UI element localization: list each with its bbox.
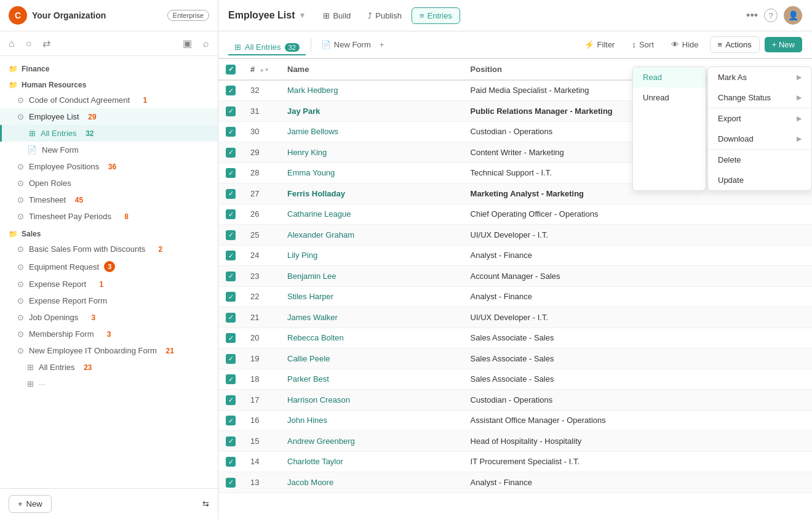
more-icon[interactable]: ••• bbox=[746, 9, 758, 22]
num-column-header[interactable]: # ▲▼ bbox=[243, 59, 280, 80]
hide-button[interactable]: 👁 Hide bbox=[665, 37, 705, 52]
row-checkbox-cell[interactable]: ✓ bbox=[218, 163, 243, 183]
row-checkbox-cell[interactable]: ✓ bbox=[218, 245, 243, 266]
row-checkbox[interactable]: ✓ bbox=[226, 437, 236, 446]
row-checkbox[interactable]: ✓ bbox=[226, 86, 236, 95]
row-name[interactable]: Jacob Moore bbox=[280, 472, 463, 493]
sidebar-item-code-of-conduct[interactable]: ⊙ Code of Conduct Agreement 1 bbox=[0, 92, 218, 108]
sidebar-item-timesheet[interactable]: ⊙ Timesheet 45 bbox=[0, 191, 218, 208]
row-name[interactable]: Andrew Greenberg bbox=[280, 431, 463, 452]
row-checkbox-cell[interactable]: ✓ bbox=[218, 369, 243, 390]
row-name[interactable]: Rebecca Bolten bbox=[280, 328, 463, 348]
dropdown-item-download[interactable]: Download ▶ bbox=[708, 129, 811, 149]
dropdown-item-update[interactable]: Update bbox=[708, 170, 811, 190]
row-checkbox[interactable]: ✓ bbox=[226, 127, 236, 137]
entries-tab[interactable]: ≡ Entries bbox=[412, 7, 460, 24]
row-checkbox-cell[interactable]: ✓ bbox=[218, 348, 243, 369]
row-checkbox-cell[interactable]: ✓ bbox=[218, 183, 243, 204]
row-checkbox[interactable]: ✓ bbox=[226, 333, 236, 343]
sidebar-group-sales[interactable]: 📁 Sales bbox=[0, 225, 218, 241]
row-checkbox-cell[interactable]: ✓ bbox=[218, 266, 243, 287]
row-name[interactable]: Lily Ping bbox=[280, 245, 463, 266]
collapse-icon[interactable]: ⇆ bbox=[202, 499, 209, 509]
dropdown-item-delete[interactable]: Delete bbox=[708, 150, 811, 170]
row-checkbox-cell[interactable]: ✓ bbox=[218, 390, 243, 411]
row-checkbox-cell[interactable]: ✓ bbox=[218, 101, 243, 122]
row-checkbox[interactable]: ✓ bbox=[226, 209, 236, 219]
row-checkbox-cell[interactable]: ✓ bbox=[218, 80, 243, 101]
row-checkbox-cell[interactable]: ✓ bbox=[218, 451, 243, 472]
row-checkbox-cell[interactable]: ✓ bbox=[218, 286, 243, 307]
row-name[interactable]: Parker Best bbox=[280, 369, 463, 390]
row-checkbox[interactable]: ✓ bbox=[226, 292, 236, 302]
new-button[interactable]: + New bbox=[9, 495, 52, 513]
home-icon[interactable]: ⌂ bbox=[9, 38, 15, 49]
row-checkbox[interactable]: ✓ bbox=[226, 148, 236, 158]
row-checkbox-cell[interactable]: ✓ bbox=[218, 121, 243, 142]
dropdown-item-change-status[interactable]: Change Status ▶ bbox=[708, 87, 811, 108]
row-checkbox-cell[interactable]: ✓ bbox=[218, 307, 243, 328]
row-name[interactable]: Ferris Holladay bbox=[280, 183, 463, 204]
sidebar-item-all-entries-2[interactable]: ⊞ All Entries 23 bbox=[0, 359, 218, 376]
row-checkbox[interactable]: ✓ bbox=[226, 478, 236, 488]
sidebar-item-employee-list[interactable]: ⊙ Employee List 29 bbox=[0, 108, 218, 125]
row-checkbox[interactable]: ✓ bbox=[226, 251, 236, 260]
name-column-header[interactable]: Name bbox=[280, 59, 463, 80]
layout-icon[interactable]: ▣ bbox=[183, 38, 192, 49]
add-tab-button[interactable]: + bbox=[376, 38, 388, 52]
row-checkbox-cell[interactable]: ✓ bbox=[218, 472, 243, 493]
select-all-checkbox[interactable]: ✓ bbox=[226, 65, 236, 74]
new-form-button[interactable]: 📄 New Form bbox=[316, 38, 376, 52]
connections-icon[interactable]: ⇄ bbox=[42, 38, 50, 49]
row-name[interactable]: Stiles Harper bbox=[280, 286, 463, 307]
row-name[interactable]: Harrison Creason bbox=[280, 390, 463, 411]
row-checkbox[interactable]: ✓ bbox=[226, 107, 236, 116]
row-name[interactable]: Jamie Bellows bbox=[280, 121, 463, 142]
row-name[interactable]: Benjamin Lee bbox=[280, 266, 463, 287]
row-name[interactable]: Alexander Graham bbox=[280, 225, 463, 246]
row-name[interactable]: Callie Peele bbox=[280, 348, 463, 369]
sidebar-group-finance[interactable]: 📁 Finance bbox=[0, 60, 218, 76]
sort-button[interactable]: ↕ Sort bbox=[626, 37, 659, 52]
row-checkbox-cell[interactable]: ✓ bbox=[218, 225, 243, 246]
sidebar-item-basic-sales-form[interactable]: ⊙ Basic Sales Form with Discounts 2 bbox=[0, 241, 218, 257]
row-checkbox[interactable]: ✓ bbox=[226, 313, 236, 323]
sidebar-item-expense-report[interactable]: ⊙ Expense Report 1 bbox=[0, 276, 218, 292]
dropdown-item-read[interactable]: Read bbox=[633, 67, 706, 87]
row-name[interactable]: Charlotte Taylor bbox=[280, 451, 463, 472]
row-checkbox[interactable]: ✓ bbox=[226, 374, 236, 384]
sidebar-item-new-employee-it[interactable]: ⊙ New Employee IT Onboarding Form 21 bbox=[0, 342, 218, 359]
row-checkbox[interactable]: ✓ bbox=[226, 457, 236, 467]
row-checkbox-cell[interactable]: ✓ bbox=[218, 410, 243, 431]
dropdown-item-export[interactable]: Export ▶ bbox=[708, 108, 811, 129]
sidebar-item-more[interactable]: ⊞ ··· bbox=[0, 376, 218, 392]
publish-tab[interactable]: ⤴ Publish bbox=[360, 8, 409, 23]
row-name[interactable]: Mark Hedberg bbox=[280, 80, 463, 101]
row-name[interactable]: John Hines bbox=[280, 410, 463, 431]
actions-button[interactable]: ≡ Actions bbox=[710, 36, 760, 53]
chevron-down-icon[interactable]: ▼ bbox=[298, 11, 306, 20]
row-name[interactable]: Catharine League bbox=[280, 204, 463, 225]
search-icon[interactable]: ⌕ bbox=[203, 38, 209, 49]
sidebar-item-new-form[interactable]: 📄 New Form bbox=[0, 142, 218, 158]
sidebar-item-employee-positions[interactable]: ⊙ Employee Positions 36 bbox=[0, 158, 218, 175]
row-name[interactable]: Emma Young bbox=[280, 163, 463, 183]
tasks-icon[interactable]: ○ bbox=[26, 38, 32, 49]
row-checkbox-cell[interactable]: ✓ bbox=[218, 142, 243, 163]
row-checkbox[interactable]: ✓ bbox=[226, 395, 236, 405]
new-entry-button[interactable]: + New bbox=[765, 37, 802, 52]
tab-all-entries[interactable]: ⊞ All Entries 32 bbox=[228, 40, 306, 55]
row-checkbox[interactable]: ✓ bbox=[226, 272, 236, 281]
sidebar-item-equipment-request[interactable]: ⊙ Equipment Request 3 bbox=[0, 257, 218, 276]
row-checkbox[interactable]: ✓ bbox=[226, 189, 236, 199]
row-checkbox[interactable]: ✓ bbox=[226, 416, 236, 425]
help-icon[interactable]: ? bbox=[764, 9, 778, 22]
row-checkbox-cell[interactable]: ✓ bbox=[218, 431, 243, 452]
row-checkbox[interactable]: ✓ bbox=[226, 230, 236, 240]
dropdown-item-mark-as[interactable]: Mark As ▶ bbox=[708, 67, 811, 87]
avatar[interactable]: 👤 bbox=[784, 6, 802, 25]
sidebar-item-job-openings[interactable]: ⊙ Job Openings 3 bbox=[0, 309, 218, 326]
dropdown-item-unread[interactable]: Unread bbox=[633, 87, 706, 108]
sidebar-item-expense-report-form[interactable]: ⊙ Expense Report Form bbox=[0, 292, 218, 309]
row-checkbox[interactable]: ✓ bbox=[226, 168, 236, 178]
